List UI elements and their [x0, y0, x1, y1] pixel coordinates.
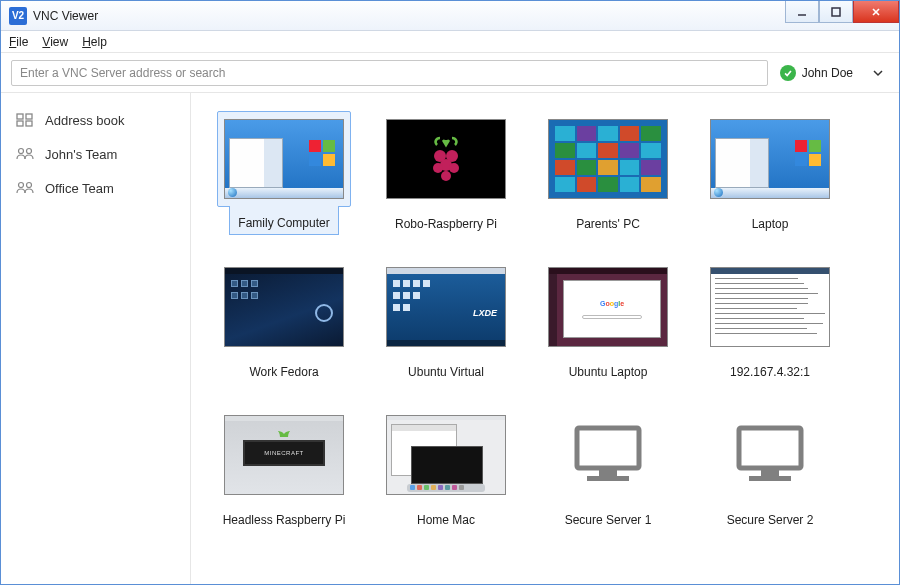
svg-rect-1 — [832, 8, 840, 16]
sidebar-item-address-book[interactable]: Address book — [1, 103, 190, 137]
svg-rect-18 — [577, 428, 639, 468]
connection-thumbnail: Google — [541, 259, 675, 355]
connection-thumbnail: LXDE — [379, 259, 513, 355]
connections-grid: Family ComputerRobo-Raspberry PiParents'… — [209, 111, 893, 531]
connection-robo[interactable]: Robo-Raspberry Pi — [371, 111, 521, 235]
connection-srv2[interactable]: Secure Server 2 — [695, 407, 845, 531]
user-name: John Doe — [802, 66, 853, 80]
connection-label: Laptop — [752, 217, 789, 231]
connection-thumbnail — [379, 407, 513, 503]
connection-label: Secure Server 2 — [727, 513, 814, 527]
user-menu[interactable]: John Doe — [780, 65, 889, 81]
svg-point-16 — [449, 163, 459, 173]
connection-thumbnail: MINECRAFT — [217, 407, 351, 503]
menubar: File View Help — [1, 31, 899, 53]
connection-thumbnail — [541, 111, 675, 207]
content: Family ComputerRobo-Raspberry PiParents'… — [191, 93, 899, 584]
svg-point-11 — [27, 183, 32, 188]
connection-ubvirt[interactable]: LXDEUbuntu Virtual — [371, 259, 521, 383]
connection-label: Parents' PC — [576, 217, 640, 231]
svg-point-15 — [433, 163, 443, 173]
app-window: V2 VNC Viewer File View Help Enter a VNC… — [0, 0, 900, 585]
connection-label: Ubuntu Laptop — [569, 365, 648, 379]
people-icon — [15, 146, 35, 162]
connection-label: 192.167.4.32:1 — [730, 365, 810, 379]
toolbar: Enter a VNC Server address or search Joh… — [1, 53, 899, 93]
connection-label: Work Fedora — [249, 365, 318, 379]
connection-fedora[interactable]: Work Fedora — [209, 259, 359, 383]
svg-rect-20 — [587, 476, 629, 481]
svg-rect-22 — [761, 468, 779, 476]
search-placeholder: Enter a VNC Server address or search — [20, 66, 225, 80]
sidebar-item-office-team[interactable]: Office Team — [1, 171, 190, 205]
svg-rect-6 — [17, 121, 23, 126]
maximize-button[interactable] — [819, 1, 853, 23]
svg-rect-21 — [739, 428, 801, 468]
connection-family[interactable]: Family Computer — [209, 111, 359, 235]
svg-rect-23 — [749, 476, 791, 481]
svg-rect-19 — [599, 468, 617, 476]
svg-rect-5 — [26, 114, 32, 119]
connection-thumbnail — [217, 111, 351, 207]
sidebar: Address book John's Team Office Team — [1, 93, 191, 584]
svg-point-10 — [19, 183, 24, 188]
svg-point-8 — [19, 149, 24, 154]
connection-thumbnail — [541, 407, 675, 503]
grid-icon — [15, 112, 35, 128]
svg-point-17 — [441, 171, 451, 181]
connection-label: Secure Server 1 — [565, 513, 652, 527]
menu-view[interactable]: View — [42, 35, 68, 49]
sidebar-item-label: John's Team — [45, 147, 117, 162]
sidebar-item-johns-team[interactable]: John's Team — [1, 137, 190, 171]
svg-rect-4 — [17, 114, 23, 119]
svg-point-9 — [27, 149, 32, 154]
connection-thumbnail — [217, 259, 351, 355]
search-input[interactable]: Enter a VNC Server address or search — [11, 60, 768, 86]
app-icon: V2 — [9, 7, 27, 25]
connection-mac[interactable]: Home Mac — [371, 407, 521, 531]
titlebar: V2 VNC Viewer — [1, 1, 899, 31]
menu-help[interactable]: Help — [82, 35, 107, 49]
connection-label: Ubuntu Virtual — [408, 365, 484, 379]
close-button[interactable] — [853, 1, 899, 23]
connection-thumbnail — [703, 407, 837, 503]
sidebar-item-label: Office Team — [45, 181, 114, 196]
connection-label: Family Computer — [238, 216, 329, 230]
connection-label: Headless Raspberry Pi — [223, 513, 346, 527]
body: Address book John's Team Office Team Fam… — [1, 93, 899, 584]
connection-parents[interactable]: Parents' PC — [533, 111, 683, 235]
connection-ip[interactable]: 192.167.4.32:1 — [695, 259, 845, 383]
window-title: VNC Viewer — [33, 9, 785, 23]
window-controls — [785, 1, 899, 30]
status-online-icon — [780, 65, 796, 81]
connection-headless[interactable]: MINECRAFTHeadless Raspberry Pi — [209, 407, 359, 531]
connection-label: Home Mac — [417, 513, 475, 527]
people-icon — [15, 180, 35, 196]
minimize-button[interactable] — [785, 1, 819, 23]
connection-srv1[interactable]: Secure Server 1 — [533, 407, 683, 531]
sidebar-item-label: Address book — [45, 113, 125, 128]
connection-thumbnail — [703, 111, 837, 207]
connection-thumbnail — [703, 259, 837, 355]
chevron-down-icon — [873, 68, 883, 78]
menu-file[interactable]: File — [9, 35, 28, 49]
svg-rect-7 — [26, 121, 32, 126]
connection-thumbnail — [379, 111, 513, 207]
connection-label: Robo-Raspberry Pi — [395, 217, 497, 231]
connection-ublap[interactable]: GoogleUbuntu Laptop — [533, 259, 683, 383]
connection-laptop[interactable]: Laptop — [695, 111, 845, 235]
